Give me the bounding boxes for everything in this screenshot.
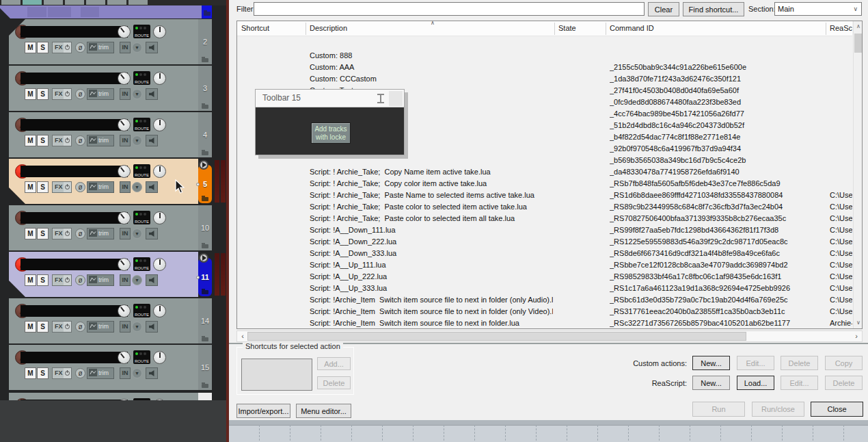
input-dropdown-icon[interactable]: ▼ [132,275,142,285]
track[interactable]: A ROUTE M S FX ø trim IN ▼ 15 [9,345,227,390]
action-row[interactable]: Script: !A__Up_333.lua _RSbc61d3e0d35b72… [237,271,852,283]
input-button[interactable]: IN [120,135,131,146]
track-name-field[interactable] [21,305,128,317]
action-row[interactable]: Script: ! Archie_Take; Paste color to se… [237,201,852,213]
phase-button[interactable]: ø [75,322,85,332]
column-divider[interactable] [554,23,555,35]
folder-track-number-box[interactable] [202,5,212,18]
monitor-button[interactable] [146,228,158,239]
column-state[interactable]: State [558,24,576,32]
track-name-field[interactable] [21,119,128,131]
track-panel[interactable]: A ROUTE M S FX ø trim IN ▼ [9,205,198,250]
volume-knob[interactable] [118,351,131,364]
track[interactable]: A ROUTE M S FX ø trim IN ▼ 2 [9,19,227,64]
volume-knob[interactable] [118,118,131,131]
envelope-trim-button[interactable]: trim [87,367,114,379]
action-row[interactable]: Script: !Archie_Item Switch item source … [237,317,852,329]
column-divider[interactable] [606,23,606,35]
mute-button[interactable]: M [25,88,36,100]
route-button[interactable]: ROUTE [133,118,150,131]
action-row[interactable]: Script: !A__Up_222.lua _RS1c17a6a461123a… [237,259,852,271]
track-name-field[interactable] [21,166,128,177]
track-panel[interactable]: A ROUTE M S FX ø trim IN ▼ [9,66,198,111]
solo-button[interactable]: S [37,181,49,193]
scroll-down-icon[interactable]: ∨ [854,318,863,328]
action-row[interactable]: Script: ! Archie_Take; Paste color to se… [237,190,852,201]
track[interactable]: A ROUTE M S FX ø trim IN ▼ 3 [9,66,227,111]
route-button[interactable]: ROUTE [133,71,150,85]
track-panel[interactable]: A ROUTE M S FX ø trim IN ▼ [9,159,198,204]
action-list[interactable]: Shortcut Description ∧ State Command ID … [236,21,863,329]
toolbar-button[interactable] [44,0,63,5]
track-name-field[interactable] [21,352,128,363]
toolbar-button[interactable] [128,0,148,5]
run-button[interactable]: Run [692,402,745,417]
track-panel[interactable]: A ROUTE M S FX ø trim IN ▼ [9,298,198,343]
solo-button[interactable]: S [37,228,49,239]
scrollbar-thumb[interactable] [854,34,863,53]
route-button[interactable]: ROUTE [133,25,150,38]
delete-shortcut-button[interactable]: Delete [317,376,351,389]
toolbar-button[interactable] [86,0,105,5]
action-row[interactable]: Custom: Test ca _0fc9ded8d088674480faa22… [237,73,852,85]
reascript-edit-button[interactable]: Edit... [781,376,818,390]
input-button[interactable]: IN [120,228,131,239]
action-row[interactable]: Script: ! Archie_Take; Paste Name to sel… [237,178,852,190]
route-button[interactable]: ROUTE [133,257,150,271]
mute-button[interactable]: M [25,42,36,53]
input-button[interactable]: IN [120,88,131,100]
input-dropdown-icon[interactable]: ▼ [132,368,142,378]
section-dropdown[interactable]: Main ∨ [774,2,862,16]
track-panel[interactable]: A ROUTE M S FX ø trim IN ▼ [9,345,198,390]
route-button[interactable]: ROUTE [133,211,150,224]
phase-button[interactable]: ø [75,135,85,146]
pin-icon[interactable] [377,94,385,103]
find-shortcut-button[interactable]: Find shortcut... [683,2,744,16]
shortcut-listbox[interactable] [241,359,312,391]
track-number-strip[interactable]: 10 [198,205,212,250]
pan-knob[interactable] [153,351,166,364]
action-row[interactable]: Script: ! Archie_Take; Copy Name item ac… [237,155,852,166]
scroll-right-icon[interactable]: › [852,331,861,341]
track-number-strip[interactable]: 5 [198,165,212,203]
fx-button[interactable]: FX [52,274,72,286]
input-button[interactable]: IN [120,42,131,53]
fx-button[interactable]: FX [52,228,72,239]
solo-button[interactable]: S [37,42,49,53]
action-row[interactable]: Script: !A__Down_333.lua _RSbbe7ce12f012… [237,236,852,248]
solo-button[interactable]: S [37,274,49,286]
monitor-button[interactable] [146,367,158,379]
input-button[interactable]: IN [120,274,131,286]
pan-knob[interactable] [153,304,166,317]
filter-input[interactable] [254,2,645,16]
track-number-strip[interactable]: 3 [198,66,212,111]
action-row[interactable]: Script: !A__Down_111.lua _RS1225e5955988… [237,213,852,224]
action-row[interactable]: Script: ! Archie_Take; Copy color item a… [237,166,852,178]
track[interactable]: A ROUTE M S FX ø trim IN ▼ [9,393,227,400]
action-row[interactable]: Custom: CCCastom _27f41f0c4503b0408d0d40… [237,62,852,73]
action-row[interactable]: Script: !A__Up_111.lua _RS98529833bf46a1… [237,248,852,259]
toolbar-button[interactable] [1,0,21,5]
envelope-trim-button[interactable]: trim [87,274,114,286]
track-name-field[interactable] [21,212,128,224]
fx-button[interactable]: FX [52,88,72,100]
track-panel[interactable]: A ROUTE M S FX ø trim IN ▼ [9,19,198,64]
column-shortcut[interactable]: Shortcut [241,24,269,32]
fx-button[interactable]: FX [52,135,72,146]
monitor-button[interactable] [146,321,158,333]
phase-button[interactable]: ø [75,42,85,53]
titlebar-button[interactable] [389,91,403,106]
track[interactable]: A ROUTE M S FX ø trim IN ▼ 10 [9,205,227,250]
input-dropdown-icon[interactable]: ▼ [132,135,142,146]
volume-knob[interactable] [118,25,131,38]
phase-button[interactable]: ø [75,182,85,192]
track-name-field[interactable] [21,259,128,270]
track-panel[interactable]: A ROUTE M S FX ø trim IN ▼ [9,393,198,400]
partial-track[interactable]: A ROUTE M S FX ø trim IN ▼ [9,393,227,400]
mute-button[interactable]: M [25,181,36,193]
scroll-up-icon[interactable]: ∧ [854,22,863,31]
add-shortcut-button[interactable]: Add... [317,357,351,370]
close-button[interactable]: Close [811,402,863,417]
route-button[interactable]: ROUTE [133,164,150,178]
track-number-strip[interactable]: 11 [198,258,212,296]
